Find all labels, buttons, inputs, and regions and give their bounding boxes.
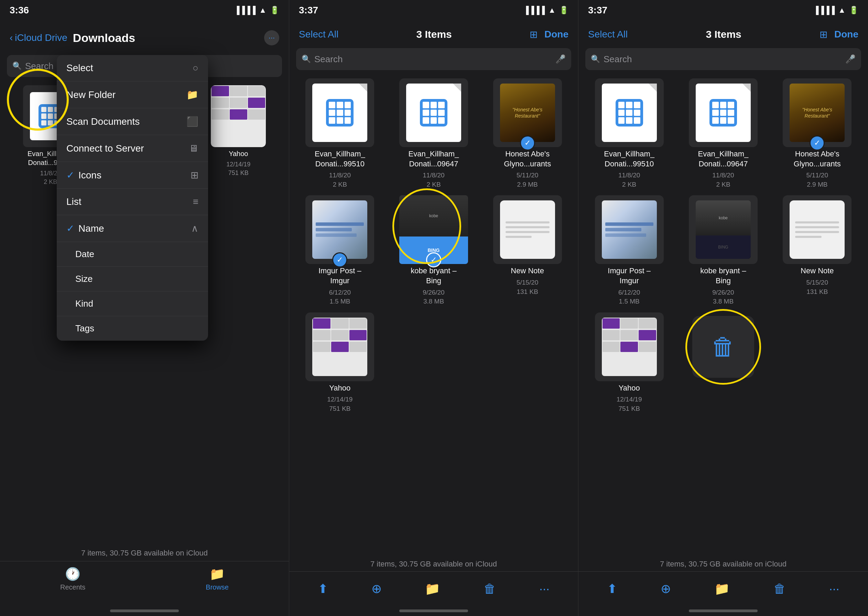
honest-text-3: "Honest Abe'sRestaurant" xyxy=(800,104,835,122)
file-thumb xyxy=(595,313,664,381)
menu-item-size[interactable]: Size xyxy=(57,267,208,291)
grid-cell xyxy=(423,110,429,116)
list-item[interactable]: kobe BING ✓ kobe bryant –Bing 9/26/203.8… xyxy=(390,195,478,306)
date-label: Date xyxy=(66,249,94,259)
note-line xyxy=(795,222,839,223)
context-menu: Select ○ New Folder 📁 Scan Documents ⬛ C… xyxy=(57,55,208,341)
select-all-2[interactable]: Select All xyxy=(299,29,338,40)
menu-item-kind[interactable]: Kind xyxy=(57,291,208,316)
back-button-1[interactable]: ‹ iCloud Drive xyxy=(9,32,68,43)
server-icon: 🖥 xyxy=(189,143,198,154)
blue-grid-icon xyxy=(616,99,643,127)
blue-grid-icon xyxy=(709,99,737,127)
panel2-header: Select All 3 Items ⊞ Done xyxy=(289,20,578,48)
file-meta: 11/8/202 KB xyxy=(423,171,444,189)
share-icon-2[interactable]: ⬆ xyxy=(318,581,328,596)
trash-icon-3[interactable]: 🗑 xyxy=(774,581,786,596)
yahoo-thumbnail xyxy=(211,85,266,147)
status-bar-1: 3:36 ▐▐▐▐ ▲ 🔋 xyxy=(0,0,289,20)
menu-item-select[interactable]: Select ○ xyxy=(57,55,208,82)
list-item[interactable]: Yahoo 12/14/19751 KB xyxy=(296,313,384,413)
select-highlight-circle xyxy=(7,69,69,130)
list-item[interactable]: New Note 5/15/20131 KB xyxy=(484,195,571,306)
home-indicator-2 xyxy=(289,606,578,616)
more-button-1[interactable]: ··· xyxy=(264,30,279,46)
menu-item-scan[interactable]: Scan Documents ⬛ xyxy=(57,108,208,135)
share-icon-3[interactable]: ⬆ xyxy=(607,581,617,596)
checkmark-circle-icon: ○ xyxy=(193,63,198,74)
list-item[interactable]: Evan_Killham_Donati...09647 11/8/202 KB xyxy=(679,79,767,189)
grid-cell xyxy=(618,117,625,124)
file-meta: 12/14/19751 KB xyxy=(226,160,250,178)
grid-cell xyxy=(431,110,437,116)
copy-icon-2[interactable]: ⊕ xyxy=(371,581,382,596)
status-time-3: 3:37 xyxy=(588,5,607,16)
status-bar-2: 3:37 ▐▐▐▐ ▲ 🔋 xyxy=(289,0,578,20)
search-bar-3[interactable]: 🔍 Search 🎤 xyxy=(585,48,861,70)
grid-cell xyxy=(423,117,429,124)
trash-icon-2[interactable]: 🗑 xyxy=(484,581,496,596)
list-item[interactable]: Evan_Killham_Donati...09647 11/8/202 KB xyxy=(390,79,478,189)
file-icon xyxy=(406,83,461,142)
file-thumb xyxy=(493,195,562,264)
copy-icon-3[interactable]: ⊕ xyxy=(660,581,671,596)
search-input-3[interactable]: Search xyxy=(604,54,842,64)
grid-cell xyxy=(634,117,640,124)
done-button-2[interactable]: Done xyxy=(544,29,568,40)
icons-label: Icons xyxy=(79,170,101,181)
tab-browse[interactable]: 📁 Browse xyxy=(206,567,229,591)
menu-item-list[interactable]: List ≡ xyxy=(57,189,208,215)
file-thumb xyxy=(305,79,374,147)
menu-item-date[interactable]: Date xyxy=(57,242,208,267)
done-button-3[interactable]: Done xyxy=(834,29,859,40)
grid-cell xyxy=(344,102,351,108)
files-grid-3: Evan_Killham_Donati...99510 11/8/202 KB xyxy=(579,75,868,557)
list-item[interactable]: "Honest Abe'sRestaurant" ✓ Honest Abe'sG… xyxy=(774,79,861,189)
menu-item-name[interactable]: ✓ Name ∧ xyxy=(57,215,208,242)
storage-info-3: 7 items, 30.75 GB available on iCloud xyxy=(579,557,868,571)
list-item[interactable]: "Honest Abe'sRestaurant" ✓ Honest Abe'sG… xyxy=(484,79,571,189)
search-input-2[interactable]: Search xyxy=(314,54,552,64)
more-icon-3[interactable]: ··· xyxy=(829,581,840,596)
folder-icon-2[interactable]: 📁 xyxy=(425,581,440,596)
connect-server-label: Connect to Server xyxy=(66,143,144,154)
list-item[interactable]: Evan_Killham_Donati...99510 11/8/202 KB xyxy=(296,79,384,189)
more-icon-2[interactable]: ··· xyxy=(539,581,550,596)
tab-recents[interactable]: 🕐 Recents xyxy=(60,567,85,591)
grid-cell xyxy=(438,102,445,108)
new-note-thumbnail xyxy=(500,200,555,259)
select-all-3[interactable]: Select All xyxy=(588,29,627,40)
list-item[interactable]: kobe BING kobe bryant –Bing 9/26/203.8 M… xyxy=(679,195,767,306)
home-indicator-3 xyxy=(579,606,868,616)
file-name: Evan_Killham_Donati...09647 xyxy=(698,149,748,169)
file-name: Yahoo xyxy=(329,383,351,393)
list-item[interactable]: ✓ Imgur Post –Imgur 6/12/201.5 MB xyxy=(296,195,384,306)
select-label: Select xyxy=(66,63,93,74)
wifi-icon: ▲ xyxy=(259,6,267,15)
menu-item-tags[interactable]: Tags xyxy=(57,316,208,341)
menu-item-connect-server[interactable]: Connect to Server 🖥 xyxy=(57,135,208,162)
folder-icon-3[interactable]: 📁 xyxy=(714,581,730,596)
menu-item-icons[interactable]: ✓ Icons ⊞ xyxy=(57,162,208,189)
file-thumb xyxy=(689,79,758,147)
file-name: New Note xyxy=(800,266,834,276)
search-bar-2[interactable]: 🔍 Search 🎤 xyxy=(296,48,571,70)
list-item[interactable]: New Note 5/15/20131 KB xyxy=(774,195,861,306)
grid-cell xyxy=(431,117,437,124)
tags-label: Tags xyxy=(66,323,94,334)
search-icon-2: 🔍 xyxy=(302,55,311,64)
grid-view-icon-2[interactable]: ⊞ xyxy=(530,29,538,40)
file-meta: 5/11/202.9 MB xyxy=(807,171,828,189)
new-folder-label: New Folder xyxy=(66,90,116,101)
status-time-1: 3:36 xyxy=(9,5,29,16)
note-line xyxy=(506,231,550,233)
grid-cell xyxy=(728,110,734,116)
icloud-drive-link[interactable]: iCloud Drive xyxy=(15,32,68,43)
list-item[interactable]: Yahoo 12/14/19751 KB xyxy=(585,313,673,413)
wifi-icon-2: ▲ xyxy=(548,6,556,15)
file-name: New Note xyxy=(511,266,544,276)
list-item[interactable]: Evan_Killham_Donati...99510 11/8/202 KB xyxy=(585,79,673,189)
menu-item-new-folder[interactable]: New Folder 📁 xyxy=(57,82,208,108)
list-item[interactable]: Imgur Post –Imgur 6/12/201.5 MB xyxy=(585,195,673,306)
grid-view-icon-3[interactable]: ⊞ xyxy=(819,29,827,40)
